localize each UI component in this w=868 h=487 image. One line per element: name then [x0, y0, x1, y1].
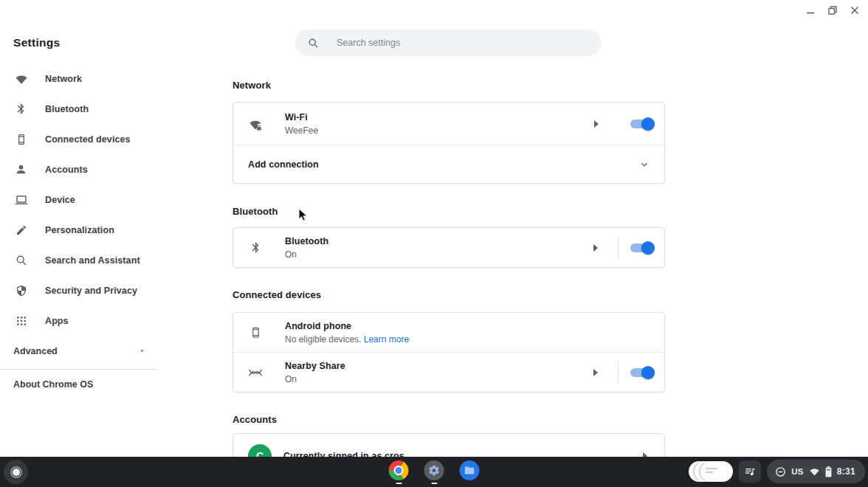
connected-devices-card: Android phone No eligible devices. Learn…: [232, 312, 665, 393]
sidebar-item-label: Network: [45, 74, 82, 84]
do-not-disturb-icon: [775, 466, 786, 477]
running-indicator: [431, 483, 437, 484]
section-header-network: Network: [232, 80, 271, 91]
wifi-lock-icon: [248, 116, 263, 132]
status-tray[interactable]: US 8:31: [767, 460, 865, 483]
subpage-arrow-icon[interactable]: [593, 120, 599, 128]
files-icon[interactable]: [460, 460, 480, 484]
sidebar-item-about-chrome-os[interactable]: About Chrome OS: [13, 379, 93, 390]
launcher-icon[interactable]: [4, 460, 28, 484]
bluetooth-state: On: [285, 249, 593, 260]
sidebar-item-label: Search and Assistant: [45, 255, 140, 266]
sidebar-item-device[interactable]: Device: [0, 184, 177, 215]
sidebar-item-connected-devices[interactable]: Connected devices: [0, 124, 177, 154]
apps-grid-icon: [14, 314, 28, 328]
sidebar-item-network[interactable]: Network: [0, 63, 177, 94]
launcher-ring: [10, 466, 22, 478]
minimize-icon[interactable]: [803, 3, 818, 18]
bluetooth-card: Bluetooth On: [232, 227, 665, 268]
sidebar-item-label: Device: [45, 195, 75, 205]
sidebar-item-search-assistant[interactable]: Search and Assistant: [0, 245, 177, 275]
section-header-connected-devices: Connected devices: [232, 289, 321, 300]
bluetooth-icon: [14, 102, 28, 116]
close-icon[interactable]: [847, 3, 862, 18]
restore-icon[interactable]: [825, 3, 840, 18]
section-header-accounts: Accounts: [232, 414, 277, 425]
wifi-icon: [14, 72, 28, 86]
sidebar-item-advanced[interactable]: Advanced: [0, 337, 156, 365]
bluetooth-title: Bluetooth: [285, 236, 593, 246]
subpage-arrow-icon[interactable]: [593, 369, 599, 376]
shelf-apps: [389, 460, 480, 484]
wifi-row[interactable]: Wi-Fi WeeFee: [233, 103, 664, 145]
sidebar-item-label: Connected devices: [45, 134, 131, 145]
nearby-share-toggle[interactable]: [630, 368, 652, 377]
notification-stack-icon[interactable]: [689, 460, 733, 483]
media-controls-icon[interactable]: [739, 460, 761, 483]
bluetooth-toggle[interactable]: [630, 244, 652, 252]
sidebar-nav: Network Bluetooth Connected devices Acco…: [0, 63, 177, 336]
search-bar: [295, 30, 602, 56]
bluetooth-row-text: Bluetooth On: [285, 236, 593, 260]
nearby-share-icon: [248, 365, 263, 381]
sidebar-item-apps[interactable]: Apps: [0, 305, 177, 336]
sidebar-item-label: Apps: [45, 316, 69, 326]
search-icon: [14, 253, 28, 267]
settings-gear-icon[interactable]: [424, 460, 444, 484]
bluetooth-icon: [248, 240, 263, 256]
advanced-label: Advanced: [13, 346, 58, 356]
chrome-icon[interactable]: [389, 460, 409, 484]
wifi-row-text: Wi-Fi WeeFee: [285, 112, 593, 136]
sidebar-item-label: Personalization: [45, 225, 114, 235]
nearby-share-state: On: [285, 374, 593, 384]
wifi-title: Wi-Fi: [285, 112, 593, 122]
window-controls: [803, 3, 862, 18]
row-separator: [618, 237, 619, 259]
sidebar-item-personalization[interactable]: Personalization: [0, 215, 177, 245]
pen-icon: [14, 223, 28, 237]
laptop-icon: [14, 193, 28, 207]
sidebar-item-label: Security and Privacy: [45, 286, 137, 296]
mouse-cursor: [298, 208, 308, 225]
shelf: US 8:31: [0, 457, 868, 487]
network-card: Wi-Fi WeeFee Add connection: [232, 102, 665, 184]
sidebar-item-bluetooth[interactable]: Bluetooth: [0, 94, 177, 124]
row-separator: [618, 362, 619, 384]
sidebar-divider: [0, 369, 156, 370]
android-phone-row[interactable]: Android phone No eligible devices. Learn…: [233, 313, 664, 352]
subpage-arrow-icon[interactable]: [593, 244, 599, 252]
sidebar-item-accounts[interactable]: Accounts: [0, 154, 177, 184]
sidebar-item-label: Bluetooth: [45, 104, 89, 114]
wifi-toggle[interactable]: [630, 120, 652, 128]
search-icon: [308, 38, 319, 49]
clock-label: 8:31: [837, 466, 855, 477]
learn-more-link[interactable]: Learn more: [364, 334, 409, 345]
wifi-icon: [809, 467, 820, 477]
sidebar-item-security-privacy[interactable]: Security and Privacy: [0, 275, 177, 305]
shield-icon: [14, 283, 28, 297]
phone-icon: [14, 132, 28, 146]
sidebar-item-label: Accounts: [45, 165, 88, 175]
sidebar: Settings Network Bluetooth Connected dev…: [0, 0, 177, 457]
chevron-down-icon: [138, 345, 146, 358]
android-phone-status: No eligible devices. Learn more: [285, 334, 652, 345]
running-indicator: [396, 483, 402, 484]
nearby-share-title: Nearby Share: [285, 361, 593, 371]
add-connection-row[interactable]: Add connection: [233, 145, 664, 183]
section-header-bluetooth: Bluetooth: [232, 206, 278, 217]
keyboard-layout-label: US: [791, 467, 804, 476]
chevron-down-icon[interactable]: [639, 159, 650, 170]
no-devices-text: No eligible devices.: [285, 334, 361, 345]
nearby-share-row[interactable]: Nearby Share On: [233, 353, 664, 392]
wifi-network-name: WeeFee: [285, 125, 593, 136]
nearby-share-text: Nearby Share On: [285, 361, 593, 384]
search-input[interactable]: [337, 38, 573, 48]
shelf-status-area: US 8:31: [689, 460, 865, 483]
battery-icon: [825, 466, 832, 477]
phone-icon: [248, 325, 263, 341]
android-phone-text: Android phone No eligible devices. Learn…: [285, 321, 652, 345]
add-connection-label: Add connection: [248, 159, 639, 170]
bluetooth-row[interactable]: Bluetooth On: [233, 228, 664, 267]
page-title: Settings: [13, 36, 61, 49]
android-phone-title: Android phone: [285, 321, 652, 331]
